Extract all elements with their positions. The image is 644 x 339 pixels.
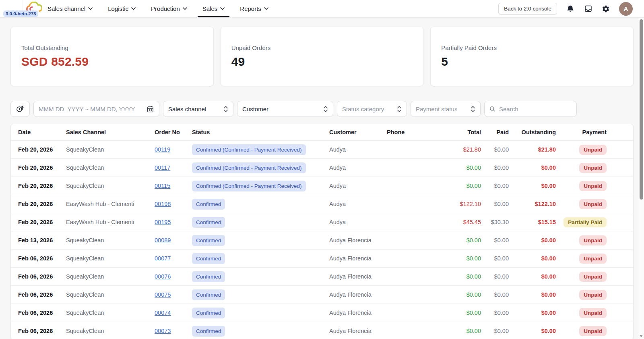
payment-status-select[interactable]: Payment status bbox=[411, 101, 481, 117]
notifications-bell-icon[interactable] bbox=[566, 4, 575, 13]
payment-status-badge: Unpaid bbox=[579, 254, 607, 264]
order-total: $0.00 bbox=[435, 291, 481, 298]
col-header-order-no: Order No bbox=[155, 129, 192, 135]
select-placeholder: Status category bbox=[342, 106, 384, 112]
order-sales-channel: SqueakyClean bbox=[66, 146, 155, 153]
col-header-paid: Paid bbox=[481, 129, 509, 135]
top-navbar: 3.0.0-beta.273 Sales channel Logistic Pr… bbox=[0, 0, 644, 18]
order-status-badge: Confirmed bbox=[192, 217, 225, 228]
chevrons-up-down-icon bbox=[223, 106, 228, 112]
order-paid: $0.00 bbox=[481, 237, 509, 243]
order-total: $0.00 bbox=[435, 183, 481, 189]
chevron-down-icon bbox=[131, 7, 136, 10]
order-outstanding: $15.15 bbox=[509, 219, 556, 225]
table-row: Feb 20, 2026 EasyWash Hub - Clementi 001… bbox=[11, 195, 633, 213]
order-paid: $0.00 bbox=[481, 328, 509, 334]
scrollbar-thumb[interactable] bbox=[640, 19, 643, 200]
nav-item-logistic[interactable]: Logistic bbox=[103, 0, 140, 17]
logo-zone: 3.0.0-beta.273 bbox=[0, 0, 42, 17]
nav-item-sales[interactable]: Sales bbox=[198, 0, 230, 17]
order-total: $21.80 bbox=[435, 146, 481, 153]
orders-table: Date Sales Channel Order No Status Custo… bbox=[10, 124, 634, 339]
order-status-badge: Confirmed bbox=[192, 308, 225, 318]
order-paid: $0.00 bbox=[481, 183, 509, 189]
table-row: Feb 06, 2026 SqueakyClean 00076 Confirme… bbox=[11, 267, 633, 285]
order-sales-channel: SqueakyClean bbox=[66, 273, 155, 280]
vertical-scrollbar[interactable] bbox=[638, 18, 644, 339]
col-header-outstanding: Outstanding bbox=[509, 129, 556, 135]
nav-item-production[interactable]: Production bbox=[146, 0, 192, 17]
user-avatar[interactable]: A bbox=[619, 2, 633, 16]
nav-label: Reports bbox=[240, 5, 261, 12]
summary-cards: Total Outstanding SGD 852.59 Unpaid Orde… bbox=[10, 27, 634, 86]
col-header-sales-channel: Sales Channel bbox=[66, 129, 155, 135]
order-number-link[interactable]: 00089 bbox=[155, 237, 171, 243]
calendar-icon bbox=[147, 105, 154, 113]
order-number-link[interactable]: 00195 bbox=[155, 219, 171, 225]
order-number-link[interactable]: 00074 bbox=[155, 310, 171, 316]
payment-status-badge: Unpaid bbox=[579, 308, 607, 318]
table-row: Feb 06, 2026 SqueakyClean 00077 Confirme… bbox=[11, 249, 633, 267]
order-date: Feb 06, 2026 bbox=[18, 328, 66, 334]
card-unpaid-orders: Unpaid Orders 49 bbox=[221, 27, 424, 86]
order-date: Feb 06, 2026 bbox=[18, 255, 66, 262]
card-label: Total Outstanding bbox=[21, 44, 213, 51]
scrollbar-down-arrow-icon[interactable] bbox=[640, 335, 643, 337]
status-category-select[interactable]: Status category bbox=[337, 101, 407, 117]
order-status-badge: Confirmed bbox=[192, 271, 225, 282]
table-body: Feb 20, 2026 SqueakyClean 00119 Confirme… bbox=[11, 140, 633, 339]
order-number-link[interactable]: 00075 bbox=[155, 291, 171, 298]
order-paid: $0.00 bbox=[481, 164, 509, 171]
customer-select[interactable]: Customer bbox=[237, 101, 333, 117]
col-header-date: Date bbox=[18, 129, 66, 135]
order-customer: Audya Florencia bbox=[329, 237, 387, 243]
col-header-total: Total bbox=[435, 129, 481, 135]
order-status-badge: Confirmed bbox=[192, 326, 225, 337]
order-date: Feb 06, 2026 bbox=[18, 291, 66, 298]
table-row: Feb 06, 2026 SqueakyClean 00075 Confirme… bbox=[11, 285, 633, 304]
search-input[interactable] bbox=[499, 106, 572, 112]
inbox-tray-icon[interactable] bbox=[584, 4, 592, 13]
order-number-link[interactable]: 00115 bbox=[155, 183, 170, 189]
nav-label: Production bbox=[151, 5, 180, 12]
nav-item-sales-channel[interactable]: Sales channel bbox=[43, 0, 97, 17]
order-number-link[interactable]: 00077 bbox=[155, 255, 171, 262]
order-sales-channel: EasyWash Hub - Clementi bbox=[66, 201, 155, 207]
table-row: Feb 06, 2026 SqueakyClean 00074 Confirme… bbox=[11, 304, 633, 322]
order-number-link[interactable]: 00198 bbox=[155, 201, 171, 207]
col-header-customer: Customer bbox=[329, 129, 387, 135]
order-number-link[interactable]: 00076 bbox=[155, 273, 171, 280]
card-label: Unpaid Orders bbox=[231, 44, 423, 51]
chevron-down-icon bbox=[88, 7, 93, 10]
order-status-badge: Confirmed bbox=[192, 289, 225, 300]
order-sales-channel: SqueakyClean bbox=[66, 255, 155, 262]
nav-label: Sales channel bbox=[47, 5, 85, 12]
order-sales-channel: SqueakyClean bbox=[66, 310, 155, 316]
order-date: Feb 20, 2026 bbox=[18, 219, 66, 225]
back-to-console-button[interactable]: Back to 2.0 console bbox=[498, 3, 557, 15]
order-status-badge: Confirmed bbox=[192, 235, 225, 246]
order-total: $0.00 bbox=[435, 237, 481, 243]
order-outstanding: $122.10 bbox=[509, 201, 556, 207]
select-value: Customer bbox=[242, 106, 268, 112]
order-sales-channel: SqueakyClean bbox=[66, 183, 155, 189]
payment-status-badge: Unpaid bbox=[579, 272, 607, 282]
order-number-link[interactable]: 00073 bbox=[155, 328, 171, 334]
sort-by-time-button[interactable] bbox=[10, 101, 30, 117]
chevrons-up-down-icon bbox=[471, 106, 475, 112]
payment-status-badge: Unpaid bbox=[579, 145, 607, 155]
order-customer: Audya bbox=[329, 201, 387, 207]
order-number-link[interactable]: 00119 bbox=[155, 146, 170, 153]
select-placeholder: Payment status bbox=[416, 106, 457, 112]
order-date: Feb 20, 2026 bbox=[18, 164, 66, 171]
sales-channel-select[interactable]: Sales channel bbox=[163, 101, 233, 117]
order-outstanding: $0.00 bbox=[509, 328, 556, 334]
date-range-input[interactable]: MMM DD, YYYY ~ MMM DD, YYYY bbox=[33, 101, 159, 117]
order-outstanding: $0.00 bbox=[509, 291, 556, 298]
settings-gear-icon[interactable] bbox=[601, 4, 610, 13]
order-status-badge: Confirmed (Confirmed - Payment Received) bbox=[192, 162, 306, 173]
order-number-link[interactable]: 00117 bbox=[155, 164, 170, 171]
payment-status-badge: Unpaid bbox=[579, 235, 607, 245]
nav-item-reports[interactable]: Reports bbox=[235, 0, 273, 17]
date-range-placeholder: MMM DD, YYYY ~ MMM DD, YYYY bbox=[39, 106, 135, 112]
